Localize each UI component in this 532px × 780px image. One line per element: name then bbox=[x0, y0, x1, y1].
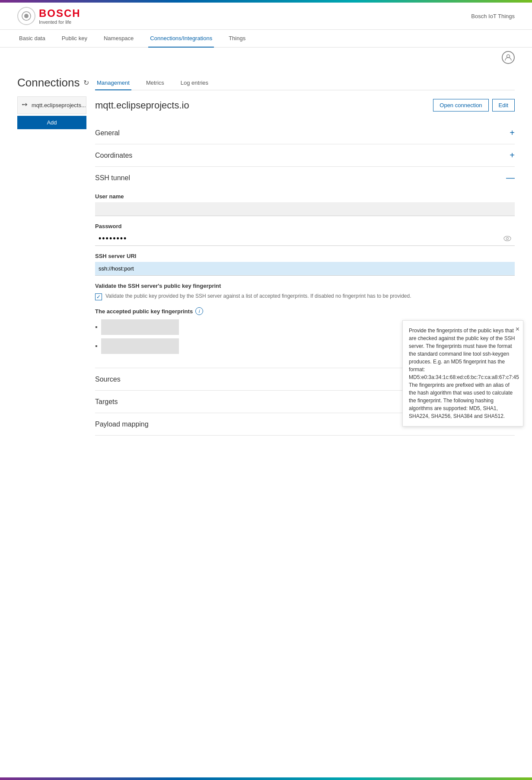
connection-link-icon bbox=[21, 101, 28, 109]
sources-section-title: Sources bbox=[95, 376, 121, 383]
logo-area: BOSCH Invented for life bbox=[17, 7, 81, 25]
connection-title: mqtt.eclipseprojects.io bbox=[95, 100, 189, 111]
connection-header: mqtt.eclipseprojects.io Open connection … bbox=[95, 99, 515, 111]
content-tabs: Management Metrics Log entries bbox=[95, 76, 515, 90]
tab-log-entries[interactable]: Log entries bbox=[179, 76, 210, 90]
tab-namespace[interactable]: Namespace bbox=[102, 30, 135, 48]
username-label: User name bbox=[95, 193, 515, 200]
connection-action-buttons: Open connection Edit bbox=[433, 99, 515, 111]
validate-label: Validate the SSH server's public key fin… bbox=[95, 283, 515, 289]
targets-section-title: Targets bbox=[95, 398, 118, 406]
tab-metrics[interactable]: Metrics bbox=[144, 76, 166, 90]
password-eye-icon[interactable] bbox=[503, 235, 511, 243]
password-wrapper bbox=[95, 232, 515, 246]
fp-bullet-2: ▪ bbox=[95, 342, 98, 350]
coordinates-section-row[interactable]: Coordinates + bbox=[95, 144, 515, 167]
content-area: Management Metrics Log entries mqtt.ecli… bbox=[95, 67, 515, 436]
page-title-area: Connections ↻ bbox=[17, 67, 86, 96]
tab-public-key[interactable]: Public key bbox=[60, 30, 89, 48]
bosch-logo: BOSCH bbox=[39, 7, 81, 19]
fp-input-1[interactable] bbox=[101, 319, 179, 335]
checkmark-icon: ✓ bbox=[96, 294, 101, 300]
svg-point-5 bbox=[507, 238, 509, 240]
username-input[interactable] bbox=[95, 202, 515, 216]
validate-checkbox-text: Validate the public key provided by the … bbox=[105, 293, 411, 300]
tab-connections[interactable]: Connections/Integrations bbox=[148, 30, 214, 48]
refresh-icon[interactable]: ↻ bbox=[83, 79, 89, 87]
password-field: Password bbox=[95, 223, 515, 246]
logo-tagline: Invented for life bbox=[39, 19, 81, 25]
fingerprints-section: The accepted public key fingerprints i ▪… bbox=[95, 307, 515, 354]
ssh-header[interactable]: SSH tunnel — bbox=[95, 167, 515, 189]
logo-circle bbox=[17, 7, 35, 25]
general-section-title: General bbox=[95, 129, 120, 137]
tab-management[interactable]: Management bbox=[95, 76, 131, 90]
header: BOSCH Invented for life Bosch IoT Things bbox=[0, 3, 532, 30]
add-connection-button[interactable]: Add bbox=[17, 116, 86, 129]
ssh-collapse-icon[interactable]: — bbox=[506, 173, 515, 183]
ssh-uri-input[interactable] bbox=[95, 262, 515, 276]
tab-basic-data[interactable]: Basic data bbox=[17, 30, 47, 48]
edit-button[interactable]: Edit bbox=[492, 99, 515, 111]
ssh-uri-label: SSH server URI bbox=[95, 253, 515, 259]
svg-point-4 bbox=[504, 236, 511, 241]
svg-point-3 bbox=[22, 104, 24, 105]
tab-things[interactable]: Things bbox=[227, 30, 247, 48]
username-field: User name bbox=[95, 193, 515, 216]
validate-checkbox-row: ✓ Validate the public key provided by th… bbox=[95, 293, 515, 300]
ssh-tunnel-title: SSH tunnel bbox=[95, 174, 130, 182]
user-account-icon[interactable] bbox=[502, 51, 515, 64]
general-section-row[interactable]: General + bbox=[95, 122, 515, 144]
general-expand-icon[interactable]: + bbox=[510, 128, 515, 138]
fingerprints-label: The accepted public key fingerprints bbox=[95, 308, 193, 315]
sidebar-connection-item[interactable]: mqtt.eclipseprojects... bbox=[17, 96, 86, 114]
validate-row: Validate the SSH server's public key fin… bbox=[95, 283, 515, 300]
nav-tabs: Basic data Public key Namespace Connecti… bbox=[0, 30, 532, 48]
svg-point-1 bbox=[24, 14, 29, 18]
sidebar: Connections ↻ mqtt.eclipseprojects... Ad… bbox=[17, 67, 86, 436]
validate-checkbox[interactable]: ✓ bbox=[95, 293, 102, 300]
password-label: Password bbox=[95, 223, 515, 229]
sidebar-item-label: mqtt.eclipseprojects... bbox=[32, 102, 86, 108]
ssh-uri-field: SSH server URI bbox=[95, 253, 515, 276]
logo-text: BOSCH Invented for life bbox=[39, 7, 81, 25]
open-connection-button[interactable]: Open connection bbox=[433, 99, 488, 111]
user-icon-bar bbox=[0, 48, 532, 67]
fp-bullet-1: ▪ bbox=[95, 323, 98, 331]
coordinates-expand-icon[interactable]: + bbox=[510, 150, 515, 160]
payload-mapping-section-title: Payload mapping bbox=[95, 420, 149, 428]
fp-input-2[interactable] bbox=[101, 338, 179, 354]
fingerprints-label-row: The accepted public key fingerprints i bbox=[95, 307, 515, 315]
fingerprints-info-icon[interactable]: i bbox=[195, 307, 203, 315]
fingerprints-tooltip: × Provide the fingerprints of the public… bbox=[402, 320, 523, 427]
app-title: Bosch IoT Things bbox=[471, 13, 515, 19]
page-title-text: Connections bbox=[17, 76, 80, 89]
tooltip-close-button[interactable]: × bbox=[516, 324, 519, 334]
password-input[interactable] bbox=[95, 232, 515, 246]
coordinates-section-title: Coordinates bbox=[95, 152, 132, 159]
main-container: Connections ↻ mqtt.eclipseprojects... Ad… bbox=[0, 67, 532, 436]
ssh-tunnel-section: SSH tunnel — User name Password bbox=[95, 167, 515, 368]
tooltip-text: Provide the fingerprints of the public k… bbox=[409, 327, 517, 420]
